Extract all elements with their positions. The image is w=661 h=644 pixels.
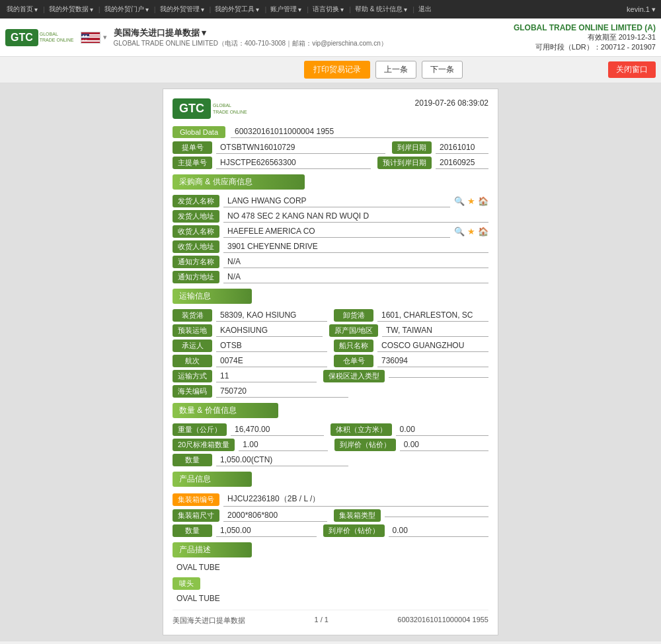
nav-logout[interactable]: 退出	[417, 5, 432, 14]
customs-value: 750720	[216, 385, 348, 398]
container-size-label: 集装箱尺寸	[173, 509, 219, 522]
transport-label: 运输方式	[173, 370, 212, 382]
discharge-port-label: 卸货港	[334, 309, 373, 322]
header-bar: GTC GLOBALTRADE ONLINE ★★★★ ▾ 美国海关进口提单数据…	[0, 18, 661, 57]
notify-name-value: N/A	[223, 256, 488, 268]
close-button-top[interactable]: 关闭窗口	[608, 61, 656, 78]
volume-value: 0.00	[396, 423, 489, 436]
marks-section: 唛头 OVAL TUBE	[173, 577, 488, 604]
origin-label: 原产国/地区	[329, 324, 378, 337]
company-title[interactable]: 美国海关进口提单数据 ▾	[114, 27, 387, 39]
weight-row: 重量（公斤） 16,470.00 体积（立方米） 0.00	[173, 423, 488, 436]
global-data-label: Global Data	[173, 126, 225, 138]
bonded-label: 保税区进入类型	[323, 370, 385, 382]
us-flag: ★★★★	[81, 32, 100, 44]
star-icon-2[interactable]: ★	[467, 227, 475, 236]
voyage-row: 航次 0074E 仓单号 736094	[173, 355, 488, 367]
company-info: 美国海关进口提单数据 ▾ GLOBAL TRADE ONLINE LIMITED…	[114, 27, 387, 48]
user-info: kevin.1 ▾	[627, 5, 656, 14]
shipper-name-label: 发货人名称	[173, 195, 219, 207]
carrier-row: 承运人 OTSB 船只名称 COSCO GUANGZHOU	[173, 340, 488, 352]
marks-value: OVAL TUBE	[173, 592, 224, 604]
carrier-value: OTSB	[216, 340, 327, 352]
flag-dropdown[interactable]: ▾	[103, 33, 107, 42]
container-num-label: 集装箱编号	[173, 493, 219, 506]
notify-addr-row: 通知方地址 N/A	[173, 271, 488, 283]
shipper-name-row: 发货人名称 LANG HWANG CORP 🔍 ★ 🏠	[173, 195, 488, 207]
qty-row: 数量 1,050.00(CTN)	[173, 454, 488, 466]
shipper-addr-label: 发货人地址	[173, 210, 219, 223]
bonded-value	[389, 375, 489, 378]
nav-language[interactable]: 语言切换 ▾	[311, 5, 344, 14]
ldr-label: 可用时段（LDR）：200712 - 201907	[514, 42, 656, 52]
notify-name-row: 通知方名称 N/A	[173, 256, 488, 268]
prev-button-top[interactable]: 上一条	[375, 61, 416, 79]
arrival-date-label: 到岸日期	[392, 141, 432, 154]
doc-divider	[173, 610, 488, 610]
search-icon-2[interactable]: 🔍	[454, 227, 465, 236]
arrival-price-value: 0.00	[400, 439, 488, 451]
master-bill-value: HJSCTPE626563300	[216, 157, 371, 169]
doc-logo-sub: GLOBALTRADE ONLINE	[213, 102, 247, 114]
doc-header: GTC GLOBALTRADE ONLINE 2019-07-26 08:39:…	[173, 98, 488, 119]
product-desc-header: 产品描述	[173, 542, 252, 557]
weight-label: 重量（公斤）	[173, 423, 227, 436]
qty-label: 数量	[173, 454, 212, 466]
product-qty-value: 1,050.00	[216, 524, 317, 537]
container-type-value	[385, 514, 488, 517]
nav-trade-portal[interactable]: 我的外贸门户 ▾	[103, 5, 149, 14]
marks-label[interactable]: 唛头	[173, 577, 200, 590]
star-icon[interactable]: ★	[467, 196, 475, 206]
home-icon-2[interactable]: 🏠	[478, 227, 488, 236]
nav-home[interactable]: 我的首页 ▾	[5, 5, 38, 14]
qty-value: 1,050.00(CTN)	[216, 454, 348, 466]
est-arrival-label: 预计到岸日期	[377, 157, 432, 169]
next-button-top[interactable]: 下一条	[422, 61, 463, 79]
doc-logo: GTC	[173, 98, 211, 119]
warehouse-label: 仓单号	[334, 355, 373, 367]
product-section-header: 产品信息	[173, 472, 252, 487]
document: GTC GLOBALTRADE ONLINE 2019-07-26 08:39:…	[163, 89, 498, 635]
nav-trade-tools[interactable]: 我的外贸工具 ▾	[214, 5, 259, 14]
supplier-section-header: 采购商 & 供应商信息	[173, 174, 305, 190]
doc-footer-center: 1 / 1	[314, 616, 328, 626]
main-content: GTC GLOBALTRADE ONLINE 2019-07-26 08:39:…	[0, 83, 661, 641]
header-right: GLOBAL TRADE ONLINE LIMITED (A) 有效期至 201…	[514, 23, 656, 52]
consignee-addr-value: 3901 CHEYENNE DRIVE	[223, 240, 488, 253]
vessel-label: 船只名称	[334, 340, 373, 352]
search-icon[interactable]: 🔍	[454, 196, 465, 206]
top-navigation: 我的首页 ▾ | 我的外贸数据 ▾ | 我的外贸门户 ▾ | 我的外贸管理 ▾ …	[0, 0, 661, 18]
doc-footer: 美国海关进口提单数据 1 / 1 600320161011000004 1955	[173, 616, 488, 626]
nav-trade-data[interactable]: 我的外贸数据 ▾	[48, 5, 93, 14]
consignee-name-row: 收货人名称 HAEFELE AMERICA CO 🔍 ★ 🏠	[173, 225, 488, 238]
est-arrival-value: 20160925	[436, 157, 488, 169]
brand-label: GLOBAL TRADE ONLINE LIMITED (A)	[514, 23, 656, 32]
volume-label: 体积（立方米）	[330, 423, 392, 436]
quantity-section-header: 数量 & 价值信息	[173, 403, 278, 418]
product-desc-text: OVAL TUBE	[173, 560, 488, 575]
consignee-addr-label: 收货人地址	[173, 240, 219, 253]
logo-area: GTC GLOBALTRADE ONLINE	[5, 29, 74, 46]
container20-row: 20尺标准箱数量 1.00 到岸价（钻价） 0.00	[173, 439, 488, 451]
shipping-section-header: 运输信息	[173, 289, 252, 304]
transport-row: 运输方式 11 保税区进入类型	[173, 370, 488, 382]
container-size-row: 集装箱尺寸 2000*806*800 集装箱类型	[173, 509, 488, 522]
weight-value: 16,470.00	[231, 423, 324, 436]
discharge-port-value: 1601, CHARLESTON, SC	[377, 309, 488, 322]
product-arrival-value: 0.00	[389, 524, 489, 537]
container-num-row: 集装箱编号 HJCU2236180（2B / L /）	[173, 492, 488, 507]
company-subtitle: GLOBAL TRADE ONLINE LIMITED（电话：400-710-3…	[114, 39, 387, 48]
print-button-top[interactable]: 打印贸易记录	[304, 61, 370, 79]
logo-subtitle: GLOBALTRADE ONLINE	[40, 32, 74, 43]
notify-addr-label: 通知方地址	[173, 271, 219, 283]
nav-help[interactable]: 帮助 & 统计信息 ▾	[354, 5, 407, 14]
home-icon[interactable]: 🏠	[478, 196, 488, 206]
shipper-name-value: LANG HWANG CORP	[223, 195, 450, 207]
shipper-addr-row: 发货人地址 NO 478 SEC 2 KANG NAN RD WUQI D	[173, 210, 488, 223]
warehouse-value: 736094	[377, 355, 488, 367]
arrival-price-label: 到岸价（钻价）	[334, 439, 396, 451]
bill-row: 提单号 OTSBTWN16010729 到岸日期 20161010	[173, 141, 488, 154]
nav-account[interactable]: 账户管理 ▾	[269, 5, 301, 14]
nav-trade-manage[interactable]: 我的外贸管理 ▾	[159, 5, 204, 14]
consignee-addr-row: 收货人地址 3901 CHEYENNE DRIVE	[173, 240, 488, 253]
